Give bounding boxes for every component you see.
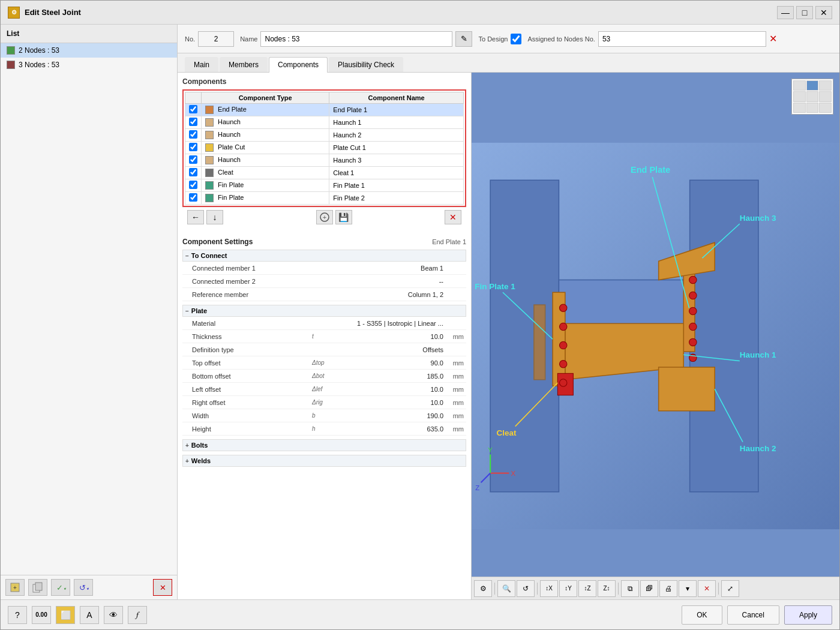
move-down-button[interactable]: ↓ [206, 210, 223, 224]
mini-cell-7 [793, 103, 806, 113]
window-title: Edit Steel Joint [25, 8, 81, 17]
tab-components[interactable]: Components [269, 57, 328, 73]
help-button[interactable]: ? [8, 606, 27, 624]
settings-unit-1-6: mm [446, 399, 464, 406]
display-button[interactable]: 👁 [104, 606, 123, 624]
settings-label-1-6: Right offset [192, 399, 312, 406]
view-3d-button[interactable]: 🗊 [640, 580, 658, 597]
new-component-button[interactable]: + [316, 210, 333, 224]
close-button[interactable]: ✕ [815, 6, 832, 19]
component-row-4[interactable]: Haunch Haunch 3 [185, 154, 464, 167]
check-button[interactable]: ✓✓ [51, 579, 70, 596]
component-row-2[interactable]: Haunch Haunch 2 [185, 129, 464, 142]
group-header-0[interactable]: − To Connect [182, 250, 466, 262]
view-expand-button[interactable]: ⤢ [721, 580, 739, 597]
group-label-2: Bolts [191, 442, 208, 449]
component-color-0 [205, 106, 214, 114]
no-input[interactable] [198, 31, 234, 47]
component-check-1[interactable] [189, 118, 197, 126]
cancel-button[interactable]: Cancel [727, 605, 779, 625]
formula-button[interactable]: 𝑓 [128, 606, 147, 624]
component-check-7[interactable] [189, 193, 197, 202]
view-settings-button[interactable]: ⚙ [474, 580, 492, 597]
component-check-2[interactable] [189, 130, 197, 139]
col-type-header: Component Type [202, 92, 329, 104]
view-x-button[interactable]: ↕X [540, 580, 558, 597]
add-joint-button[interactable]: + [5, 579, 25, 596]
move-up-button[interactable]: ← [187, 210, 204, 224]
copy-joint-button[interactable] [28, 579, 47, 596]
svg-point-23 [689, 338, 697, 346]
delete-component-button[interactable]: ✕ [445, 210, 461, 224]
component-row-7[interactable]: Fin Plate Fin Plate 2 [185, 192, 464, 205]
component-color-1 [205, 118, 214, 127]
view-zoom-button[interactable]: 🔍 [497, 580, 515, 597]
assigned-remove-button[interactable]: ✕ [769, 33, 777, 44]
component-check-0[interactable] [189, 105, 197, 113]
units-button[interactable]: 0.00 [32, 606, 51, 624]
settings-value-1-4: 185.0 [336, 373, 443, 380]
component-row-3[interactable]: Plate Cut Plate Cut 1 [185, 142, 464, 154]
view-z2-button[interactable]: Z↕ [598, 580, 616, 597]
view-toolbar: ⚙ 🔍 ↺ ↕X ↕Y ↕Z Z↕ ⧉ 🗊 🖨 ▾ [472, 577, 839, 599]
view-rotate-button[interactable]: ↺ [517, 580, 535, 597]
view-print-button[interactable]: 🖨 [659, 580, 677, 597]
delete-joint-button[interactable]: ✕ [153, 579, 172, 596]
tab-members[interactable]: Members [220, 57, 268, 72]
component-check-4[interactable] [189, 155, 197, 164]
name-input[interactable] [260, 31, 452, 47]
svg-marker-14 [659, 367, 715, 411]
name-edit-button[interactable]: ✎ [455, 31, 472, 47]
tab-main[interactable]: Main [185, 57, 218, 72]
refresh-button[interactable]: ↺✓ [74, 579, 93, 596]
settings-row-0-2: Reference member Column 1, 2 [182, 288, 466, 301]
to-design-checkbox[interactable] [511, 34, 521, 44]
view-layers-button[interactable]: ⧉ [621, 580, 639, 597]
no-label: No. [185, 35, 195, 43]
component-row-1[interactable]: Haunch Haunch 1 [185, 116, 464, 129]
apply-button[interactable]: Apply [784, 605, 832, 625]
view-z-button[interactable]: ↕Z [578, 580, 596, 597]
material-button[interactable]: A [80, 606, 99, 624]
group-header-2[interactable]: + Bolts [182, 439, 466, 451]
list-item-3[interactable]: 3 Nodes : 53 [1, 58, 177, 72]
no-field-group: No. [185, 31, 234, 47]
mini-map[interactable] [791, 79, 833, 115]
group-header-1[interactable]: − Plate [182, 305, 466, 317]
save-component-button[interactable]: 💾 [335, 210, 352, 224]
component-row-5[interactable]: Cleat Cleat 1 [185, 167, 464, 179]
list-item-2[interactable]: 2 Nodes : 53 [1, 43, 177, 58]
assigned-label: Assigned to Nodes No. [527, 35, 595, 43]
component-check-3[interactable] [189, 143, 197, 151]
3d-view[interactable]: End Plate Haunch 3 Fin Plate 1 Haunch 1 … [472, 73, 839, 599]
svg-text:+: + [322, 214, 326, 221]
ok-button[interactable]: OK [682, 605, 722, 625]
view-y-button[interactable]: ↕Y [559, 580, 577, 597]
right-panel: No. Name ✎ To Design Assigned to Nodes N… [178, 25, 839, 599]
svg-text:End Plate: End Plate [631, 165, 670, 175]
color-button[interactable]: ⬜ [56, 606, 75, 624]
svg-point-29 [559, 379, 566, 386]
svg-point-28 [559, 361, 566, 368]
view-export-button[interactable]: ▾ [679, 580, 697, 597]
svg-text:Z: Z [475, 484, 479, 491]
assigned-input[interactable] [598, 31, 766, 47]
component-check-6[interactable] [189, 181, 197, 189]
view-cancel-button[interactable]: ✕ [698, 580, 716, 597]
to-design-label: To Design [478, 35, 508, 43]
settings-symbol-1-6: Δrig [312, 399, 336, 406]
component-color-3 [205, 143, 214, 152]
component-check-5[interactable] [189, 168, 197, 176]
component-row-6[interactable]: Fin Plate Fin Plate 1 [185, 179, 464, 192]
tab-plausibility[interactable]: Plausibility Check [329, 57, 403, 72]
components-table: Component Type Component Name End Plate … [185, 92, 464, 205]
components-table-outer: Component Type Component Name End Plate … [182, 89, 466, 207]
group-header-3[interactable]: + Welds [182, 455, 466, 467]
component-type-5: Cleat [218, 169, 233, 176]
minimize-button[interactable]: — [777, 6, 794, 19]
component-row-0[interactable]: End Plate End Plate 1 [185, 104, 464, 116]
maximize-button[interactable]: □ [796, 6, 813, 19]
settings-row-0-0: Connected member 1 Beam 1 [182, 262, 466, 275]
content-area: Components Component Type Component Name [178, 73, 839, 599]
svg-point-27 [559, 341, 566, 349]
